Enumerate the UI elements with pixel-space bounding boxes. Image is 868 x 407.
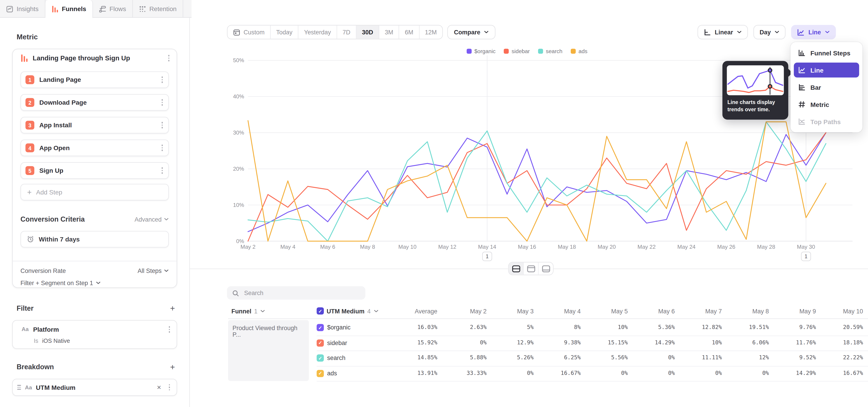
table-row-search[interactable]: ✓search14.85%5.88%5.26%6.25%5.56%0%11.11…: [317, 350, 868, 366]
breakdown-section-title: Breakdown: [17, 363, 54, 371]
chart-type-dropdown[interactable]: Line: [792, 25, 836, 39]
tab-funnels[interactable]: Funnels: [45, 0, 93, 18]
filter-segment-dropdown[interactable]: Filter + Segment on Step 1: [21, 280, 101, 286]
table-row-ads[interactable]: ✓ads13.91%33.33%0%16.67%0%0%0%0%14.29%16…: [317, 366, 868, 382]
series-line-search: [248, 122, 826, 241]
row-average: 16.03%: [391, 324, 437, 330]
kebab-menu-icon[interactable]: [167, 325, 172, 334]
legend-swatch: [538, 49, 543, 54]
row-checkbox[interactable]: ✓: [317, 354, 324, 362]
row-value: 5.88%: [439, 354, 487, 361]
row-value: 20.59%: [816, 324, 863, 330]
range-yesterday[interactable]: Yesterday: [299, 26, 337, 39]
row-value: 10%: [581, 324, 628, 330]
svg-text:May 8: May 8: [360, 244, 375, 250]
add-breakdown-button[interactable]: +: [170, 363, 175, 371]
legend-item-sidebar[interactable]: sidebar: [504, 48, 530, 54]
compare-button[interactable]: Compare: [447, 25, 495, 39]
layout-table-only-button[interactable]: [539, 262, 553, 275]
table-search[interactable]: [227, 286, 365, 300]
row-value: 9.38%: [534, 339, 581, 345]
select-all-checkbox[interactable]: ✓: [317, 307, 324, 315]
series-line-sidebar: [248, 133, 826, 241]
top-paths-icon: [798, 118, 805, 125]
funnel-step-landing-page[interactable]: 1Landing Page: [21, 71, 169, 88]
drag-handle-icon[interactable]: [17, 385, 21, 389]
row-value: 22.22%: [816, 354, 863, 361]
add-step-button[interactable]: + Add Step: [21, 184, 169, 200]
tab-flows[interactable]: Flows: [93, 0, 133, 18]
interval-dropdown[interactable]: Day: [754, 25, 786, 39]
legend-item-ads[interactable]: ads: [571, 48, 587, 54]
range-today[interactable]: Today: [271, 26, 298, 39]
conversion-rate-value: All Steps: [138, 268, 162, 274]
date-column-header: May 9: [769, 304, 816, 318]
filter-card[interactable]: Aa Platform Is iOS Native: [12, 320, 177, 349]
range-custom[interactable]: Custom: [228, 26, 271, 39]
step-label: Download Page: [39, 99, 155, 105]
range-30d[interactable]: 30D: [356, 26, 379, 39]
metric-card-header[interactable]: Landing Page through Sign Up: [21, 54, 171, 62]
row-checkbox[interactable]: ✓: [317, 339, 324, 346]
kebab-menu-icon[interactable]: [160, 121, 164, 129]
row-value: 12%: [722, 354, 769, 361]
menu-item-line[interactable]: Line: [794, 63, 859, 77]
menu-item-metric[interactable]: Metric: [794, 97, 859, 112]
tab-retention[interactable]: Retention: [133, 0, 183, 18]
chart-legend: $organicsidebarsearchads: [190, 48, 864, 54]
funnel-step-app-open[interactable]: 4App Open: [21, 139, 169, 156]
row-value: 12.9%: [487, 339, 534, 345]
row-checkbox[interactable]: ✓: [317, 324, 324, 331]
kebab-menu-icon[interactable]: [160, 75, 164, 84]
clock-icon: [27, 236, 34, 243]
date-column-header: May 5: [581, 304, 628, 318]
menu-item-funnel-steps[interactable]: Funnel Steps: [794, 45, 859, 60]
kebab-menu-icon[interactable]: [160, 98, 164, 107]
breakdown-card[interactable]: Aa UTM Medium ✕: [12, 379, 177, 396]
breakdown-column-header[interactable]: ✓ UTM Medium 4: [317, 304, 378, 318]
table-row-organic[interactable]: ✓$organic16.03%2.63%5%8%10%5.36%12.82%19…: [317, 320, 868, 336]
range-7d[interactable]: 7D: [337, 26, 356, 39]
kebab-menu-icon[interactable]: [166, 54, 171, 62]
row-label: ads: [327, 370, 337, 376]
funnel-step-sign-up[interactable]: 5Sign Up: [21, 162, 169, 179]
remove-breakdown-icon[interactable]: ✕: [155, 384, 163, 390]
range-6m[interactable]: 6M: [399, 26, 420, 39]
range-12m[interactable]: 12M: [419, 26, 442, 39]
date-column-header: May 6: [628, 304, 675, 318]
legend-item-search[interactable]: search: [538, 48, 562, 54]
legend-item-organic[interactable]: $organic: [467, 48, 495, 54]
svg-text:May 6: May 6: [320, 244, 335, 250]
kebab-menu-icon[interactable]: [160, 166, 164, 175]
conversion-window-button[interactable]: Within 7 days: [21, 231, 169, 247]
funnel-name-cell[interactable]: Product Viewed through P...: [228, 320, 309, 381]
layout-chart-only-button[interactable]: [524, 262, 539, 275]
row-label: $organic: [327, 324, 350, 331]
kebab-menu-icon[interactable]: [167, 383, 172, 392]
funnel-step-app-install[interactable]: 3App Install: [21, 117, 169, 133]
menu-item-bar[interactable]: Bar: [794, 80, 859, 95]
search-input[interactable]: [243, 289, 360, 296]
legend-swatch: [571, 49, 576, 54]
scale-dropdown[interactable]: Linear: [698, 25, 748, 39]
conversion-rate-dropdown[interactable]: All Steps: [138, 268, 169, 274]
advanced-dropdown[interactable]: Advanced: [134, 216, 169, 222]
average-column-header[interactable]: Average: [391, 304, 437, 318]
chevron-down-icon: [373, 309, 378, 313]
range-3m[interactable]: 3M: [379, 26, 399, 39]
table-row-sidebar[interactable]: ✓sidebar15.92%0%12.9%9.38%15.15%14.29%10…: [317, 335, 868, 351]
funnel-step-download-page[interactable]: 2Download Page: [21, 94, 169, 111]
chart-type-tooltip: Line charts display trends over time.: [722, 61, 788, 120]
layout-split-button[interactable]: [509, 262, 524, 275]
menu-item-label: Line: [810, 67, 824, 73]
svg-text:May 18: May 18: [558, 244, 576, 250]
row-checkbox[interactable]: ✓: [317, 370, 324, 377]
add-filter-button[interactable]: +: [170, 304, 175, 312]
kebab-menu-icon[interactable]: [160, 144, 164, 152]
chevron-down-icon: [825, 31, 830, 34]
report-main-area: CustomTodayYesterday7D30D3M6M12M Compare…: [190, 0, 868, 407]
row-value: 8%: [534, 324, 581, 330]
row-value: 15.15%: [581, 339, 628, 345]
funnel-column-header[interactable]: Funnel 1: [231, 304, 266, 318]
tab-insights[interactable]: Insights: [0, 0, 45, 18]
